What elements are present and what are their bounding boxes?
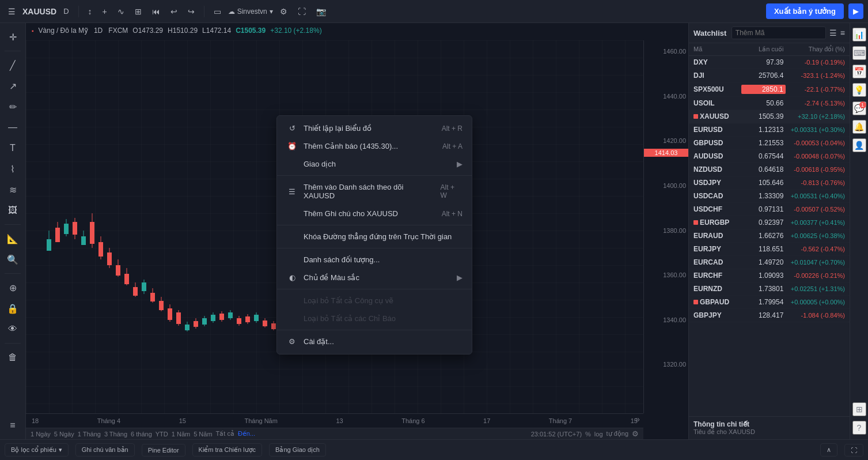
watchlist-row-eurcad[interactable]: EURCAD 1.49720 +0.01047 (+0.70%) bbox=[689, 256, 850, 269]
zoom-tool[interactable]: 🔍 bbox=[3, 250, 22, 269]
text-notes-btn[interactable]: Ghi chú văn bản bbox=[75, 443, 135, 457]
cm-watchlist[interactable]: ☰ Thêm vào Danh sách theo dõi XAUUSD Alt… bbox=[277, 178, 472, 205]
arrow-tool[interactable]: ↗ bbox=[3, 77, 22, 95]
watchlist-row-spx[interactable]: SPX500U 2850.1 -22.1 (-0.77%) bbox=[689, 82, 850, 97]
cm-objects[interactable]: Danh sách đối tượng... bbox=[277, 251, 472, 269]
rs-chat-btn[interactable]: 💬 1 bbox=[852, 101, 866, 115]
watchlist-row-usdjpy[interactable]: USDJPY 105.646 -0.813 (-0.76%) bbox=[689, 176, 850, 190]
compare-btn[interactable]: ↕ bbox=[85, 5, 96, 18]
watchlist-row-usdcad[interactable]: USDCAD 1.33309 +0.00531 (+0.40%) bbox=[689, 190, 850, 203]
settings-btn[interactable]: ⚙ bbox=[276, 5, 291, 18]
cm-trade[interactable]: Giao dịch ▶ bbox=[277, 155, 472, 173]
cm-settings[interactable]: ⚙ Cài đặt... bbox=[277, 333, 472, 350]
watchlist-row-euraud[interactable]: EURAUD 1.66276 +0.00625 (+0.38%) bbox=[689, 229, 850, 243]
fullscreen-btn[interactable]: ⛶ bbox=[294, 5, 309, 18]
strategy-btn[interactable]: Kiểm tra Chiến lược bbox=[192, 443, 263, 457]
rs-user-btn[interactable]: 👤 bbox=[852, 138, 866, 152]
watchlist-row-dxy[interactable]: DXY 97.39 -0.19 (-0.19%) bbox=[689, 56, 850, 69]
watchlist-list-btn[interactable]: ☰ bbox=[829, 28, 837, 37]
indicator-btn[interactable]: ∿ bbox=[114, 5, 128, 18]
magnet-tool[interactable]: ⊕ bbox=[3, 278, 22, 297]
rs-grid-btn[interactable]: ⊞ bbox=[852, 402, 866, 416]
chart-settings-btn[interactable]: ⚙ bbox=[632, 429, 639, 438]
rs-chart-btn[interactable]: 📊 bbox=[852, 28, 866, 42]
pine-editor-btn[interactable]: Pine Editor bbox=[142, 444, 185, 457]
tf-5ngay[interactable]: 5 Ngày bbox=[54, 431, 74, 438]
text-tool[interactable]: T bbox=[3, 139, 22, 157]
tf-3thang[interactable]: 3 Tháng bbox=[104, 431, 127, 438]
tf-tatca[interactable]: Tất cả bbox=[216, 430, 234, 438]
alert-btn[interactable]: ⊞ bbox=[131, 5, 145, 18]
percent-btn[interactable]: % bbox=[585, 431, 591, 438]
pattern-tool[interactable]: ⌇ bbox=[3, 160, 22, 178]
brush-tool[interactable]: ✏ bbox=[3, 97, 22, 116]
cm-settings-label: Cài đặt... bbox=[304, 337, 334, 346]
tf-6thang[interactable]: 6 tháng bbox=[131, 431, 152, 438]
fibonacci-tool[interactable]: ≋ bbox=[3, 180, 22, 199]
auto-btn[interactable]: tự động bbox=[607, 430, 628, 438]
ws-symbol-eurchf: EURCHF bbox=[693, 272, 742, 280]
horizontal-line-tool[interactable]: — bbox=[3, 118, 22, 137]
watchlist-more-btn[interactable]: ≡ bbox=[840, 28, 845, 37]
tf-1nam[interactable]: 1 Năm bbox=[172, 431, 190, 438]
crosshair-tool[interactable]: ✛ bbox=[3, 28, 22, 46]
trend-line-tool[interactable]: ╱ bbox=[3, 56, 22, 74]
ruler-tool[interactable]: 📐 bbox=[3, 229, 22, 248]
watchlist-row-gbpjpy[interactable]: GBPJPY 128.417 -1.084 (-0.84%) bbox=[689, 309, 850, 322]
rs-ideas-btn[interactable]: 💡 bbox=[852, 83, 866, 97]
watchlist-row-eurnzd[interactable]: EURNZD 1.73801 +0.02251 (+1.31%) bbox=[689, 282, 850, 296]
fullscreen-mini-btn[interactable]: ▭ bbox=[210, 5, 225, 18]
watchlist-row-eurchf[interactable]: EURCHF 1.09093 -0.00226 (-0.21%) bbox=[689, 269, 850, 282]
add-btn[interactable]: + bbox=[99, 5, 111, 18]
watchlist-search-input[interactable] bbox=[731, 27, 826, 39]
tf-1ngay[interactable]: 1 Ngày bbox=[31, 431, 51, 438]
tf-ytd[interactable]: YTD bbox=[156, 431, 168, 438]
watchlist-row-usoil[interactable]: USOIL 50.66 -2.74 (-5.13%) bbox=[689, 97, 850, 110]
rs-bell-btn[interactable]: 🔔 bbox=[852, 120, 866, 134]
image-tool[interactable]: 🖼 bbox=[3, 201, 22, 220]
lock-tool active[interactable]: 🔒 bbox=[3, 299, 22, 318]
timeframe-btn[interactable]: D bbox=[60, 6, 72, 17]
filter-btn[interactable]: Bộ lọc cổ phiếu ▾ bbox=[5, 443, 69, 457]
watchlist-row-usdchf[interactable]: USDCHF 0.97131 -0.00507 (-0.52%) bbox=[689, 203, 850, 216]
watchlist-row-eurusd[interactable]: EURUSD 1.12313 +0.00331 (+0.30%) bbox=[689, 123, 850, 137]
watchlist-row-audusd[interactable]: AUDUSD 0.67544 -0.00048 (-0.07%) bbox=[689, 150, 850, 163]
watchlist-row-nzdusd[interactable]: NZDUSD 0.64618 -0.00618 (-0.95%) bbox=[689, 163, 850, 176]
tf-1thang[interactable]: 1 Tháng bbox=[78, 431, 101, 438]
watchlist-row-eurgbp[interactable]: EURGBP 0.92397 +0.00377 (+0.41%) bbox=[689, 216, 850, 229]
rs-keyboard-btn[interactable]: ⌨ bbox=[852, 46, 866, 60]
replay-btn[interactable]: ⏮ bbox=[149, 5, 164, 18]
camera-btn[interactable]: 📷 bbox=[313, 5, 329, 18]
menu-button[interactable]: ☰ bbox=[5, 5, 19, 18]
chart-area[interactable]: ▪ Vàng / Đô la Mỹ 1D FXCM O1473.29 H1510… bbox=[26, 23, 688, 439]
eye-tool[interactable]: 👁 bbox=[3, 320, 22, 338]
cloud-btn[interactable]: ☁ Sinvestvn ▾ bbox=[228, 7, 273, 16]
watchlist-row-gbpusd[interactable]: GBPUSD 1.21553 -0.00053 (-0.04%) bbox=[689, 137, 850, 150]
cm-note[interactable]: Thêm Ghi chú cho XAUUSD Alt + N bbox=[277, 205, 472, 223]
tf-5nam[interactable]: 5 Năm bbox=[194, 431, 212, 438]
watchlist-row-xauusd[interactable]: XAUUSD 1505.39 +32.10 (+2.18%) bbox=[689, 110, 850, 123]
cm-reset[interactable]: ↺ Thiết lập lại Biểu đồ Alt + R bbox=[277, 119, 472, 137]
watchlist-row-eurjpy[interactable]: EURJPY 118.651 -0.562 (-0.47%) bbox=[689, 243, 850, 256]
cm-alert-shortcut: Alt + A bbox=[442, 142, 463, 150]
live-btn[interactable]: ▶ bbox=[848, 3, 863, 19]
more-tools[interactable]: ≡ bbox=[3, 416, 22, 435]
publish-btn[interactable]: Xuất bản ý tưởng bbox=[766, 3, 844, 19]
watchlist-row-dji[interactable]: DJI 25706.4 -323.1 (-1.24%) bbox=[689, 69, 850, 82]
undo-btn[interactable]: ↩ bbox=[167, 5, 181, 18]
trading-panel-btn[interactable]: Bảng Giao dịch bbox=[269, 443, 326, 457]
rs-calendar-btn[interactable]: 📅 bbox=[852, 65, 866, 78]
cm-theme[interactable]: ◐ Chủ đề Màu sắc ▶ bbox=[277, 269, 472, 286]
eurgbp-flag bbox=[693, 220, 698, 225]
collapse-btn[interactable]: ∧ bbox=[820, 443, 837, 457]
cm-lock-crosshair[interactable]: Khóa Đường thẳng đứng trên Trục Thời gia… bbox=[277, 228, 472, 246]
rs-help-btn[interactable]: ? bbox=[852, 421, 866, 435]
watchlist-row-gbpaud[interactable]: GBPAUD 1.79954 +0.00005 (+0.00%) bbox=[689, 296, 850, 309]
cm-add-alert[interactable]: ⏰ Thêm Cảnh báo (1435.30)... Alt + A bbox=[277, 137, 472, 155]
tf-den[interactable]: Đến... bbox=[238, 430, 255, 438]
redo-btn[interactable]: ↪ bbox=[184, 5, 198, 18]
log-btn[interactable]: log bbox=[594, 431, 603, 438]
maximize-btn[interactable]: ⛶ bbox=[844, 444, 863, 457]
trash-tool[interactable]: 🗑 bbox=[3, 348, 22, 367]
expand-arrow[interactable]: » bbox=[632, 413, 643, 425]
